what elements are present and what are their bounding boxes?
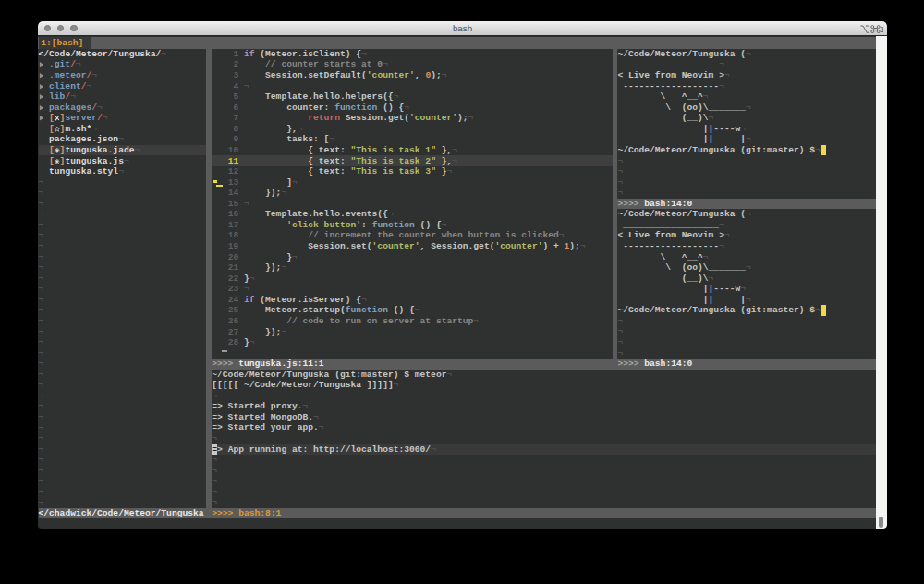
svg-text:1: 1 bbox=[881, 25, 883, 34]
